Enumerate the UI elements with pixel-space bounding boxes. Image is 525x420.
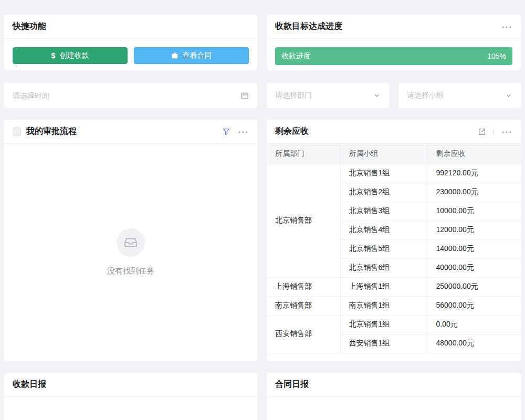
more-icon[interactable]: ⋯	[501, 127, 512, 137]
table-row: 上海销售部 上海销售1组 250000.00元	[267, 277, 521, 296]
dept-cell: 西安销售部	[267, 315, 340, 353]
approvals-header: 我的审批流程 ⋯	[4, 120, 257, 144]
quick-actions-buttons: $ 创建收款 查看合同	[4, 39, 257, 72]
approvals-card: 我的审批流程 ⋯ 没有找到任务	[4, 120, 257, 361]
more-icon[interactable]: ⋯	[501, 22, 512, 32]
department-select-placeholder: 请选择部门	[275, 91, 373, 100]
progress-value: 105%	[487, 52, 506, 60]
amount-cell: 992120.00元	[427, 164, 521, 183]
column-header-department: 所属部门	[267, 144, 340, 164]
group-cell: 北京销售6组	[340, 258, 427, 277]
filter-funnel-icon[interactable]	[222, 128, 230, 136]
amount-cell: 230000.00元	[427, 183, 521, 202]
group-cell: 北京销售5组	[340, 239, 427, 258]
progress-card: 收款目标达成进度 ⋯ 收款进度 105%	[267, 15, 521, 70]
inbox-icon	[124, 236, 138, 249]
department-select[interactable]: 请选择部门	[267, 83, 389, 108]
group-cell: 北京销售2组	[340, 183, 427, 202]
amount-cell: 56000.00元	[427, 296, 521, 315]
chevron-down-icon	[505, 92, 512, 99]
amount-cell: 10000.00元	[427, 202, 521, 220]
table-header-row: 所属部门 所属小组 剩余应收	[267, 144, 521, 164]
dollar-icon: $	[51, 51, 56, 60]
card-title: 收款目标达成进度	[275, 21, 342, 32]
view-contract-button[interactable]: 查看合同	[134, 47, 249, 64]
group-cell: 北京销售3组	[340, 202, 427, 220]
group-cell: 北京销售1组	[340, 315, 427, 334]
card-title: 快捷功能	[13, 21, 46, 32]
group-cell: 西安销售1组	[340, 334, 427, 353]
amount-cell: 12000.00元	[427, 220, 521, 239]
dept-cell: 北京销售部	[267, 164, 340, 277]
table-row: 北京销售部 北京销售1组 992120.00元	[267, 164, 521, 183]
progress-card-header: 收款目标达成进度 ⋯	[267, 15, 521, 39]
empty-state-text: 没有找到任务	[107, 266, 154, 276]
amount-cell: 250000.00元	[427, 277, 521, 296]
receivables-header: 剩余应收 ⋯	[267, 120, 521, 144]
progress-bar: 收款进度 105%	[275, 47, 512, 65]
card-title: 合同日报	[275, 379, 309, 390]
group-cell: 上海销售1组	[340, 277, 427, 296]
amount-cell: 40000.00元	[427, 258, 521, 277]
briefcase-icon	[171, 52, 178, 59]
more-icon[interactable]: ⋯	[238, 127, 249, 137]
time-input[interactable]	[13, 91, 240, 100]
group-select[interactable]: 请选择小组	[398, 83, 521, 108]
card-title: 我的审批流程	[26, 126, 77, 137]
group-cell: 北京销售4组	[340, 220, 427, 239]
divider	[494, 128, 494, 135]
time-picker[interactable]	[4, 83, 257, 108]
quick-actions-card: 快捷功能 $ 创建收款 查看合同	[4, 15, 257, 70]
select-all-checkbox[interactable]	[13, 128, 21, 136]
quick-actions-header: 快捷功能	[4, 15, 257, 39]
open-external-icon[interactable]	[478, 128, 486, 136]
amount-cell: 0.00元	[427, 315, 521, 334]
card-title: 收款日报	[13, 379, 46, 390]
payment-daily-header: 收款日报	[4, 373, 257, 397]
empty-state: 没有找到任务	[4, 144, 257, 361]
view-contract-label: 查看合同	[183, 51, 212, 60]
payment-daily-card: 收款日报	[4, 373, 257, 420]
calendar-icon[interactable]	[240, 91, 249, 100]
table-row: 西安销售部 北京销售1组 0.00元	[267, 315, 521, 334]
dept-cell: 上海销售部	[267, 277, 340, 296]
receivables-table: 所属部门 所属小组 剩余应收 北京销售部 北京销售1组 992120.00元 北…	[267, 144, 521, 353]
group-cell: 南京销售1组	[340, 296, 427, 315]
dept-cell: 南京销售部	[267, 296, 340, 315]
contract-daily-card: 合同日报	[267, 373, 521, 420]
amount-cell: 48000.00元	[427, 334, 521, 353]
create-payment-label: 创建收款	[59, 51, 89, 60]
empty-state-circle	[117, 228, 145, 257]
column-header-group: 所属小组	[340, 144, 427, 164]
group-select-placeholder: 请选择小组	[407, 91, 505, 100]
chevron-down-icon	[373, 92, 381, 99]
progress-wrap: 收款进度 105%	[267, 39, 521, 65]
contract-daily-header: 合同日报	[267, 373, 521, 397]
create-payment-button[interactable]: $ 创建收款	[13, 47, 128, 64]
card-title: 剩余应收	[275, 126, 309, 137]
receivables-card: 剩余应收 ⋯ 所属部门 所属小组 剩余应收 北京销售部 北京销售	[267, 120, 521, 361]
progress-label: 收款进度	[281, 51, 311, 61]
dashboard: 快捷功能 $ 创建收款 查看合同 收款目标达成进度 ⋯ 收款进度	[0, 0, 525, 420]
table-row: 南京销售部 南京销售1组 56000.00元	[267, 296, 521, 315]
column-header-amount: 剩余应收	[427, 144, 521, 164]
amount-cell: 14000.00元	[427, 239, 521, 258]
group-cell: 北京销售1组	[340, 164, 427, 183]
